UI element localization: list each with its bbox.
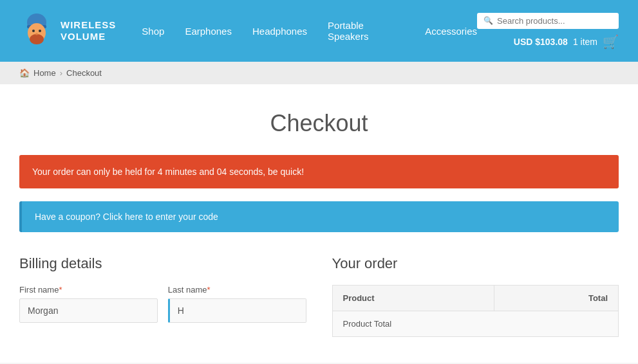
checkout-grid: Billing details First name* Last name* <box>19 255 619 337</box>
logo-area[interactable]: WIRELESS VOLUME <box>19 14 116 48</box>
cart-icon[interactable]: 🛒 <box>603 34 619 50</box>
cart-area[interactable]: USD $103.08 1 item 🛒 <box>514 34 619 50</box>
search-input[interactable] <box>497 16 612 26</box>
nav-shop[interactable]: Shop <box>142 26 164 37</box>
svg-point-6 <box>35 33 38 35</box>
svg-point-5 <box>39 30 41 32</box>
last-name-label: Last name* <box>168 285 306 295</box>
home-icon: 🏠 <box>19 68 30 78</box>
header: WIRELESS VOLUME Shop Earphones Headphone… <box>0 0 638 62</box>
last-name-input[interactable] <box>168 298 306 323</box>
product-total-label: Product Total <box>332 311 619 337</box>
cart-amount: USD $103.08 <box>514 37 568 47</box>
timer-alert: Your order can only be held for 4 minute… <box>19 155 619 188</box>
order-section: Your order Product Total Product Total <box>332 255 619 337</box>
billing-section: Billing details First name* Last name* <box>19 255 306 337</box>
breadcrumb-home[interactable]: Home <box>33 68 56 78</box>
nav-accessories[interactable]: Accessories <box>425 26 477 37</box>
last-name-group: Last name* <box>168 285 306 323</box>
first-name-required: * <box>59 285 62 295</box>
order-heading: Your order <box>332 255 619 272</box>
breadcrumb-separator: › <box>60 68 62 78</box>
first-name-input[interactable] <box>19 298 158 323</box>
header-right: 🔍 USD $103.08 1 item 🛒 <box>477 13 619 50</box>
logo-text: WIRELESS VOLUME <box>61 19 116 42</box>
search-icon: 🔍 <box>483 16 493 25</box>
nav-portable-speakers[interactable]: Portable Speakers <box>328 20 404 42</box>
svg-point-4 <box>32 30 35 32</box>
logo-avatar-icon <box>19 14 54 48</box>
breadcrumb-current: Checkout <box>66 68 102 78</box>
breadcrumb: 🏠 Home › Checkout <box>0 62 638 84</box>
name-form-row: First name* Last name* <box>19 285 306 323</box>
order-table: Product Total Product Total <box>332 285 619 337</box>
cart-items-count: 1 item <box>573 37 597 47</box>
search-bar[interactable]: 🔍 <box>477 13 619 29</box>
billing-heading: Billing details <box>19 255 306 272</box>
nav-earphones[interactable]: Earphones <box>185 26 232 37</box>
first-name-label: First name* <box>19 285 158 295</box>
col-product: Product <box>332 286 494 311</box>
main-nav: Shop Earphones Headphones Portable Speak… <box>142 20 477 42</box>
svg-point-3 <box>30 34 44 44</box>
first-name-group: First name* <box>19 285 158 323</box>
order-table-footer-row: Product Total <box>332 311 619 337</box>
page-title: Checkout <box>19 110 619 137</box>
last-name-required: * <box>207 285 210 295</box>
nav-headphones[interactable]: Headphones <box>252 26 307 37</box>
col-total: Total <box>494 286 618 311</box>
order-table-header-row: Product Total <box>332 286 619 311</box>
main-content: Checkout Your order can only be held for… <box>0 84 638 363</box>
coupon-bar[interactable]: Have a coupon? Click here to enter your … <box>19 201 619 232</box>
